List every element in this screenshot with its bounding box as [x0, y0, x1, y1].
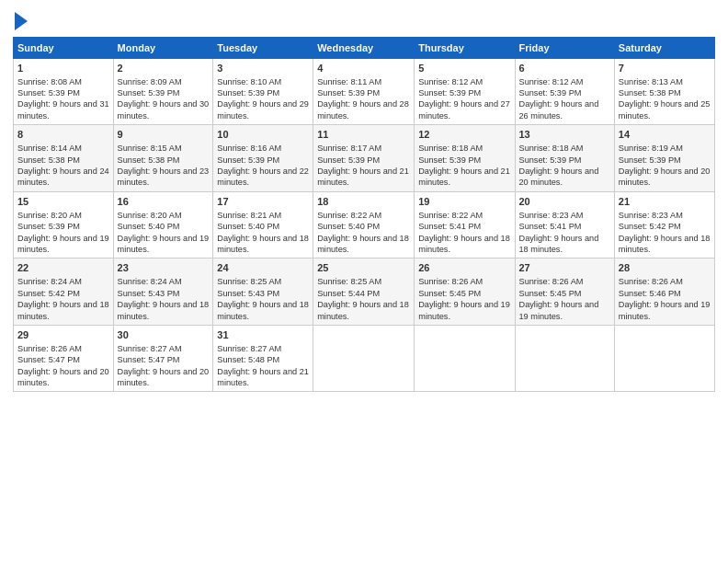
sunset: Sunset: 5:42 PM: [619, 222, 681, 231]
sunrise: Sunrise: 8:08 AM: [17, 77, 82, 86]
day-cell: 15Sunrise: 8:20 AMSunset: 5:39 PMDayligh…: [14, 191, 114, 259]
sunset: Sunset: 5:38 PM: [17, 155, 80, 165]
sunrise: Sunrise: 8:18 AM: [519, 144, 584, 153]
day-number: 2: [118, 62, 210, 75]
day-number: 18: [317, 195, 410, 209]
sunrise: Sunrise: 8:26 AM: [418, 277, 483, 286]
daylight: Daylight: 9 hours and 28 minutes.: [317, 99, 409, 120]
day-number: 14: [619, 128, 711, 142]
day-cell: 29Sunrise: 8:26 AMSunset: 5:47 PMDayligh…: [14, 325, 114, 392]
sunrise: Sunrise: 8:26 AM: [17, 344, 82, 353]
page-container: SundayMondayTuesdayWednesdayThursdayFrid…: [0, 0, 728, 401]
day-cell: 11Sunrise: 8:17 AMSunset: 5:39 PMDayligh…: [313, 125, 415, 192]
daylight: Daylight: 9 hours and 27 minutes.: [418, 99, 510, 120]
sunrise: Sunrise: 8:25 AM: [217, 277, 281, 286]
day-cell: 25Sunrise: 8:25 AMSunset: 5:44 PMDayligh…: [313, 259, 415, 326]
sunrise: Sunrise: 8:19 AM: [619, 144, 683, 153]
daylight: Daylight: 9 hours and 20 minutes.: [118, 367, 210, 387]
daylight: Daylight: 9 hours and 19 minutes.: [118, 234, 210, 254]
daylight: Daylight: 9 hours and 21 minutes.: [317, 167, 409, 187]
daylight: Daylight: 9 hours and 18 minutes.: [418, 234, 510, 254]
sunrise: Sunrise: 8:20 AM: [118, 211, 182, 220]
sunrise: Sunrise: 8:12 AM: [519, 77, 584, 86]
sunset: Sunset: 5:39 PM: [317, 88, 380, 98]
sunrise: Sunrise: 8:12 AM: [418, 77, 483, 86]
sunset: Sunset: 5:39 PM: [17, 222, 80, 231]
sunset: Sunset: 5:41 PM: [519, 222, 582, 231]
daylight: Daylight: 9 hours and 20 minutes.: [619, 167, 711, 187]
sunset: Sunset: 5:47 PM: [118, 355, 180, 364]
day-number: 21: [619, 195, 711, 209]
day-cell: 30Sunrise: 8:27 AMSunset: 5:47 PMDayligh…: [113, 325, 213, 392]
day-number: 20: [519, 195, 610, 209]
day-cell: 2Sunrise: 8:09 AMSunset: 5:39 PMDaylight…: [113, 58, 213, 125]
daylight: Daylight: 9 hours and 23 minutes.: [118, 167, 210, 187]
day-number: 13: [519, 128, 610, 142]
logo: [13, 13, 28, 31]
day-cell: 22Sunrise: 8:24 AMSunset: 5:42 PMDayligh…: [14, 259, 114, 326]
sunrise: Sunrise: 8:23 AM: [519, 211, 584, 220]
column-header-saturday: Saturday: [614, 37, 714, 58]
day-number: 7: [619, 62, 711, 75]
sunset: Sunset: 5:40 PM: [317, 222, 380, 231]
day-cell: 16Sunrise: 8:20 AMSunset: 5:40 PMDayligh…: [113, 191, 213, 259]
day-cell: [515, 325, 614, 392]
sunrise: Sunrise: 8:24 AM: [17, 277, 82, 286]
day-cell: 6Sunrise: 8:12 AMSunset: 5:39 PMDaylight…: [515, 58, 614, 125]
sunrise: Sunrise: 8:21 AM: [217, 211, 281, 220]
sunset: Sunset: 5:48 PM: [217, 355, 279, 364]
daylight: Daylight: 9 hours and 18 minutes.: [17, 300, 109, 320]
day-number: 4: [317, 62, 410, 75]
daylight: Daylight: 9 hours and 21 minutes.: [418, 167, 510, 187]
sunrise: Sunrise: 8:17 AM: [317, 144, 381, 153]
daylight: Daylight: 9 hours and 18 minutes.: [217, 234, 309, 254]
day-number: 11: [317, 128, 410, 142]
sunrise: Sunrise: 8:15 AM: [118, 144, 182, 153]
day-number: 12: [418, 128, 510, 142]
day-cell: 14Sunrise: 8:19 AMSunset: 5:39 PMDayligh…: [614, 125, 714, 192]
sunset: Sunset: 5:43 PM: [118, 289, 180, 298]
day-number: 15: [17, 195, 109, 209]
sunset: Sunset: 5:39 PM: [519, 88, 582, 98]
day-cell: 3Sunrise: 8:10 AMSunset: 5:39 PMDaylight…: [213, 58, 313, 125]
day-cell: 13Sunrise: 8:18 AMSunset: 5:39 PMDayligh…: [515, 125, 614, 192]
daylight: Daylight: 9 hours and 21 minutes.: [217, 367, 309, 387]
daylight: Daylight: 9 hours and 20 minutes.: [519, 167, 599, 187]
day-number: 6: [519, 62, 610, 75]
column-header-monday: Monday: [113, 37, 213, 58]
daylight: Daylight: 9 hours and 19 minutes.: [519, 300, 599, 320]
week-row-5: 29Sunrise: 8:26 AMSunset: 5:47 PMDayligh…: [14, 325, 715, 392]
day-cell: 5Sunrise: 8:12 AMSunset: 5:39 PMDaylight…: [415, 58, 515, 125]
day-number: 1: [17, 62, 109, 75]
column-header-tuesday: Tuesday: [213, 37, 313, 58]
sunrise: Sunrise: 8:26 AM: [619, 277, 683, 286]
day-cell: 17Sunrise: 8:21 AMSunset: 5:40 PMDayligh…: [213, 191, 313, 259]
sunrise: Sunrise: 8:11 AM: [317, 77, 381, 86]
sunset: Sunset: 5:45 PM: [519, 289, 582, 298]
sunset: Sunset: 5:45 PM: [418, 289, 481, 298]
day-cell: 31Sunrise: 8:27 AMSunset: 5:48 PMDayligh…: [213, 325, 313, 392]
daylight: Daylight: 9 hours and 18 minutes.: [317, 300, 409, 320]
sunset: Sunset: 5:39 PM: [619, 155, 681, 165]
day-cell: 1Sunrise: 8:08 AMSunset: 5:39 PMDaylight…: [14, 58, 114, 125]
daylight: Daylight: 9 hours and 26 minutes.: [519, 99, 599, 120]
sunset: Sunset: 5:44 PM: [317, 289, 380, 298]
day-cell: 28Sunrise: 8:26 AMSunset: 5:46 PMDayligh…: [614, 259, 714, 326]
sunrise: Sunrise: 8:24 AM: [118, 277, 182, 286]
day-number: 16: [118, 195, 210, 209]
day-number: 10: [217, 128, 309, 142]
day-number: 22: [17, 261, 109, 275]
daylight: Daylight: 9 hours and 18 minutes.: [118, 300, 210, 320]
daylight: Daylight: 9 hours and 24 minutes.: [17, 167, 109, 187]
sunrise: Sunrise: 8:27 AM: [118, 344, 182, 353]
day-number: 27: [519, 261, 610, 275]
daylight: Daylight: 9 hours and 31 minutes.: [17, 99, 109, 120]
day-cell: 20Sunrise: 8:23 AMSunset: 5:41 PMDayligh…: [515, 191, 614, 259]
sunset: Sunset: 5:42 PM: [17, 289, 80, 298]
day-cell: 26Sunrise: 8:26 AMSunset: 5:45 PMDayligh…: [415, 259, 515, 326]
calendar-table: SundayMondayTuesdayWednesdayThursdayFrid…: [13, 37, 715, 393]
day-cell: 4Sunrise: 8:11 AMSunset: 5:39 PMDaylight…: [313, 58, 415, 125]
day-number: 31: [217, 328, 309, 342]
day-number: 25: [317, 261, 410, 275]
day-number: 29: [17, 328, 109, 342]
